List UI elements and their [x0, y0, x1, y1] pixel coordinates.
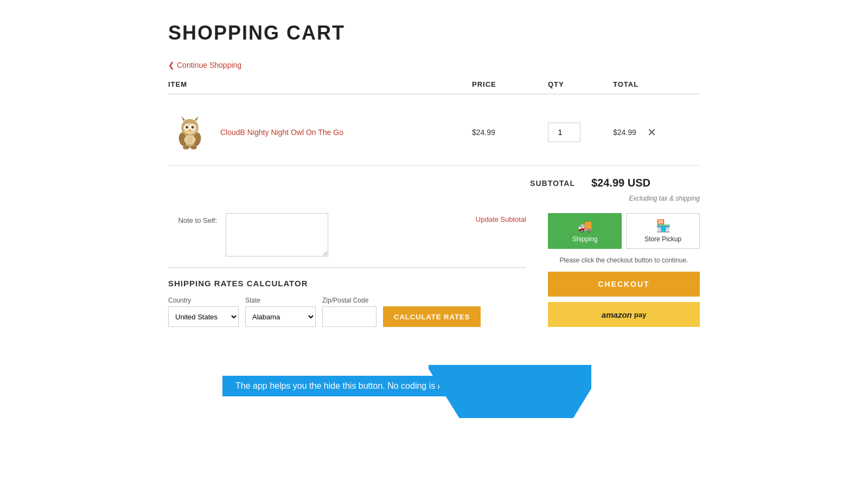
tax-note: Excluding tax & shipping — [168, 195, 700, 202]
page-title: SHOPPING CART — [168, 22, 700, 44]
annotation-arrow — [429, 365, 591, 418]
store-pickup-label: Store Pickup — [644, 235, 681, 243]
zip-input[interactable] — [322, 306, 376, 327]
store-pickup-option[interactable]: 🏪 Store Pickup — [626, 213, 700, 249]
zip-field-group: Zip/Postal Code — [322, 297, 376, 327]
store-icon: 🏪 — [631, 219, 695, 233]
shipping-label: Shipping — [572, 235, 598, 243]
svg-point-19 — [190, 146, 197, 150]
qty-input[interactable] — [548, 123, 580, 142]
svg-point-7 — [186, 126, 188, 129]
item-name[interactable]: CloudB Nighty Night Owl On The Go — [220, 128, 343, 137]
header-price: PRICE — [472, 80, 548, 88]
cart-table-header: ITEM PRICE QTY TOTAL — [168, 80, 700, 94]
header-item: ITEM — [168, 80, 472, 88]
amazon-pay-button[interactable]: amazon pay — [548, 302, 700, 327]
state-label: State — [245, 297, 316, 304]
chevron-left-icon: ❮ — [168, 61, 175, 69]
country-field-group: Country United States — [168, 297, 239, 327]
item-cell: CloudB Nighty Night Owl On The Go — [168, 111, 472, 154]
table-row: CloudB Nighty Night Owl On The Go $24.99… — [168, 100, 700, 165]
shipping-options: 🚚 Shipping 🏪 Store Pickup — [548, 213, 700, 249]
calc-fields: Country United States State Alabama Zip/… — [168, 297, 526, 327]
shipping-option[interactable]: 🚚 Shipping — [548, 213, 622, 249]
subtotal-label: SUBTOTAL — [530, 179, 575, 188]
shipping-rates-calculator: SHIPPING RATES CALCULATOR Country United… — [168, 267, 526, 327]
calculate-rates-button[interactable]: CALCULATE RATES — [383, 306, 481, 327]
subtotal-row: SUBTOTAL $24.99 USD — [168, 165, 700, 195]
item-qty-cell — [548, 123, 613, 142]
svg-point-8 — [192, 126, 194, 129]
note-label: Note to Self: — [168, 213, 217, 224]
state-field-group: State Alabama — [245, 297, 316, 327]
shipping-calc-title: SHIPPING RATES CALCULATOR — [168, 267, 526, 288]
svg-point-18 — [183, 146, 189, 150]
checkout-button[interactable]: CHECKOUT — [548, 272, 700, 297]
remove-item-button[interactable]: ✕ — [647, 127, 656, 138]
item-image — [168, 111, 212, 154]
svg-point-10 — [193, 126, 194, 127]
svg-point-9 — [187, 126, 188, 127]
country-select[interactable]: United States — [168, 306, 239, 327]
right-column: 🚚 Shipping 🏪 Store Pickup Please click t… — [548, 213, 700, 327]
country-label: Country — [168, 297, 239, 304]
state-select[interactable]: Alabama — [245, 306, 316, 327]
header-qty: QTY — [548, 80, 613, 88]
zip-label: Zip/Postal Code — [322, 297, 376, 304]
amazon-pay-logo: amazon — [602, 310, 632, 319]
note-textarea[interactable] — [226, 213, 328, 256]
continue-shopping-link[interactable]: ❮ Continue Shopping — [168, 61, 241, 69]
svg-line-21 — [461, 376, 548, 418]
subtotal-value: $24.99 USD — [591, 177, 700, 189]
item-price: $24.99 — [472, 128, 548, 137]
svg-marker-3 — [195, 116, 199, 121]
total-cell: $24.99 ✕ — [613, 127, 700, 138]
truck-icon: 🚚 — [553, 219, 617, 233]
header-total: TOTAL — [613, 80, 700, 88]
checkout-hint: Please click the checkout button to cont… — [548, 256, 700, 264]
main-section: Note to Self: Update Subtotal SHIPPING R… — [168, 213, 700, 327]
svg-marker-2 — [181, 116, 185, 121]
amazon-pay-text: pay — [634, 311, 646, 319]
update-subtotal-button[interactable]: Update Subtotal — [339, 213, 526, 223]
annotation-section: The app helps you the hide this button. … — [168, 376, 700, 396]
note-section: Note to Self: — [168, 213, 328, 256]
left-column: Note to Self: Update Subtotal SHIPPING R… — [168, 213, 526, 327]
item-total: $24.99 — [613, 128, 636, 137]
